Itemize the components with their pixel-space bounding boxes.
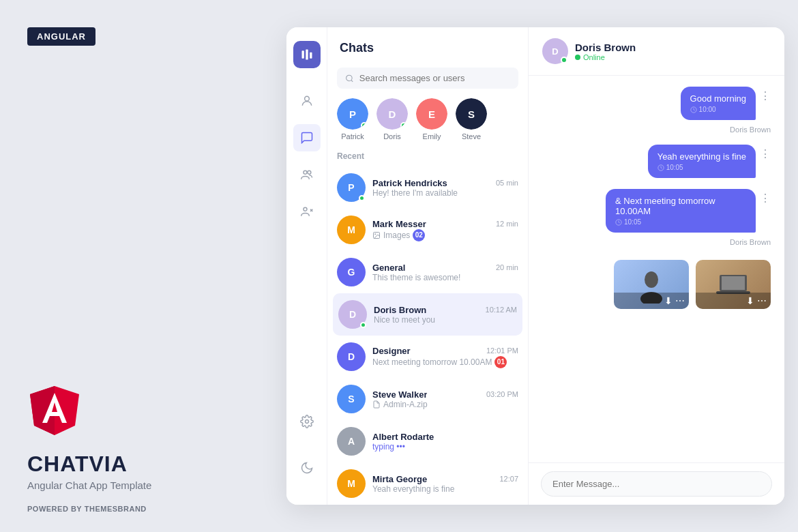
chat-avatar-stevewalker: S — [337, 385, 366, 413]
chat-name-designer: Designer — [372, 346, 411, 356]
video-thumb-1[interactable]: ⬇ ⋯ — [614, 260, 689, 309]
chat-item-mirta[interactable]: M Mirta George 12:07 Yeah everything is … — [327, 462, 528, 505]
angular-logo — [27, 383, 82, 438]
status-dot-icon — [575, 55, 580, 60]
svg-line-13 — [351, 80, 353, 81]
more-icon-1[interactable]: ⋯ — [675, 295, 685, 306]
chat-item-doris[interactable]: D Doris Brown 10:12 AM Nice to meet you — [333, 293, 522, 336]
chat-panel: D Doris Brown Online Good morning — [529, 27, 784, 505]
message-text-3: & Next meeting tomorrow 10.00AM — [615, 196, 715, 216]
download-icon-2[interactable]: ⬇ — [746, 295, 754, 306]
chat-header-avatar: D — [542, 38, 568, 64]
recent-label: Recent — [327, 149, 528, 166]
svg-point-7 — [304, 96, 309, 101]
message-time-3: 10:05 — [615, 218, 746, 226]
recent-user-name-steve: Steve — [462, 132, 481, 141]
message-more-icon-3[interactable]: ⋮ — [760, 192, 771, 205]
download-icon-1[interactable]: ⬇ — [664, 295, 673, 306]
svg-point-8 — [304, 171, 307, 174]
chat-preview-general: This theme is awesome! — [372, 273, 518, 282]
recent-user-name-emily: Emily — [423, 132, 441, 141]
sidebar-item-group[interactable] — [293, 161, 321, 188]
chat-name-stevewalker: Steve Walker — [372, 389, 427, 400]
sidebar-item-settings[interactable] — [293, 408, 321, 435]
app-title: CHATVIA — [27, 452, 151, 477]
chat-preview-patrick: Hey! there I'm available — [372, 188, 518, 198]
svg-point-15 — [375, 233, 376, 235]
message-time-2: 10:05 — [657, 164, 746, 171]
chat-info-doris: Doris Brown 10:12 AM Nice to meet you — [374, 305, 517, 325]
recent-user-avatar-doris: D — [376, 98, 408, 130]
chat-header-name: Doris Brown — [575, 42, 636, 53]
sidebar-item-theme[interactable] — [293, 454, 321, 482]
chat-name-albert: Albert Rodarte — [372, 432, 434, 442]
chat-item-albert[interactable]: A Albert Rodarte typing ••• — [327, 420, 528, 462]
chat-preview-designer: Next meeting tomorrow 10.00AM 01 — [372, 356, 518, 368]
chat-avatar-doris: D — [338, 300, 367, 329]
chat-name-doris: Doris Brown — [374, 305, 426, 315]
chat-item-stevewalker[interactable]: S Steve Walker 03:20 PM Admin-A.zip — [327, 378, 528, 420]
svg-point-10 — [304, 207, 307, 211]
app-subtitle: Angular Chat App Template — [27, 479, 151, 491]
chat-list: P Patrick Hendricks 05 min Hey! there I'… — [327, 166, 528, 505]
recent-user-emily[interactable]: E Emily — [416, 98, 447, 141]
message-group-2: Yeah everything is fine 10:05 ⋮ — [648, 145, 771, 178]
chat-info-mark: Mark Messer 12 min Images 02 — [372, 219, 518, 241]
recent-user-doris[interactable]: D Doris — [376, 98, 408, 141]
chat-item-mark[interactable]: M Mark Messer 12 min Images 02 — [327, 209, 528, 251]
sidebar-logo-icon[interactable] — [293, 41, 321, 68]
recent-user-patrick[interactable]: P Patrick — [337, 98, 368, 141]
chat-name-mirta: Mirta George — [372, 474, 427, 484]
sidebar-icons — [286, 27, 327, 505]
chat-name-general: General — [372, 263, 405, 273]
recent-user-name-patrick: Patrick — [341, 132, 364, 141]
chat-header: D Doris Brown Online — [529, 27, 784, 76]
recent-user-name-doris: Doris — [383, 132, 401, 141]
chat-avatar-mirta: M — [337, 469, 366, 498]
chat-time-doris: 10:12 AM — [486, 306, 517, 314]
chat-info-mirta: Mirta George 12:07 Yeah everything is fi… — [372, 474, 518, 494]
message-more-icon-2[interactable]: ⋮ — [760, 147, 771, 160]
unread-badge-mark: 02 — [413, 229, 425, 241]
file-icon — [372, 400, 381, 409]
more-icon-2[interactable]: ⋯ — [757, 295, 767, 306]
video-thumb-2[interactable]: ⬇ ⋯ — [696, 260, 771, 309]
chat-item-patrick[interactable]: P Patrick Hendricks 05 min Hey! there I'… — [327, 166, 528, 209]
chat-time-mark: 12 min — [496, 220, 518, 228]
chat-list-panel: Chats P Patrick D Doris — [327, 27, 529, 505]
chat-time-mirta: 12:07 — [499, 475, 518, 483]
messages-area: Good morning 10:00 ⋮ Doris Brown Yeah ev… — [529, 76, 784, 462]
chat-header-info: Doris Brown Online — [575, 42, 636, 61]
angular-badge: ANGULAR — [27, 27, 95, 46]
chat-info-general: General 20 min This theme is awesome! — [372, 263, 518, 282]
message-time-1: 10:00 — [690, 106, 746, 113]
chat-info-stevewalker: Steve Walker 03:20 PM Admin-A.zip — [372, 389, 518, 409]
message-input[interactable] — [541, 471, 772, 497]
search-input[interactable] — [359, 73, 510, 83]
recent-user-steve[interactable]: S Steve — [456, 98, 487, 141]
sidebar-item-users[interactable] — [293, 87, 321, 115]
recent-user-avatar-patrick: P — [337, 98, 368, 130]
app-container: Chats P Patrick D Doris — [286, 27, 784, 505]
message-bubble-3: & Next meeting tomorrow 10.00AM 10:05 — [606, 189, 756, 233]
chat-item-designer[interactable]: D Designer 12:01 PM Next meeting tomorro… — [327, 336, 528, 378]
chats-header: Chats — [327, 27, 528, 62]
chat-avatar-designer: D — [337, 342, 366, 371]
message-text-1: Good morning — [690, 93, 746, 104]
chat-time-designer: 12:01 PM — [486, 346, 518, 355]
svg-point-16 — [575, 55, 580, 60]
video-thumbnails: ⬇ ⋯ ⬇ ⋯ — [614, 260, 771, 309]
chat-info-albert: Albert Rodarte typing ••• — [372, 432, 518, 452]
chat-time-general: 20 min — [496, 263, 518, 271]
search-bar[interactable] — [337, 68, 518, 89]
sidebar-item-contacts[interactable] — [293, 198, 321, 225]
svg-point-9 — [307, 171, 310, 174]
message-more-icon-1[interactable]: ⋮ — [760, 89, 771, 102]
message-group-1: Good morning 10:00 ⋮ Doris Brown — [681, 87, 771, 134]
chat-info-patrick: Patrick Hendricks 05 min Hey! there I'm … — [372, 178, 518, 198]
powered-by: POWERED BY THEMESBRAND — [27, 505, 147, 513]
svg-rect-6 — [310, 53, 312, 59]
sidebar-item-chat[interactable] — [293, 124, 321, 151]
svg-point-20 — [645, 271, 658, 288]
chat-item-general[interactable]: G General 20 min This theme is awesome! — [327, 251, 528, 293]
